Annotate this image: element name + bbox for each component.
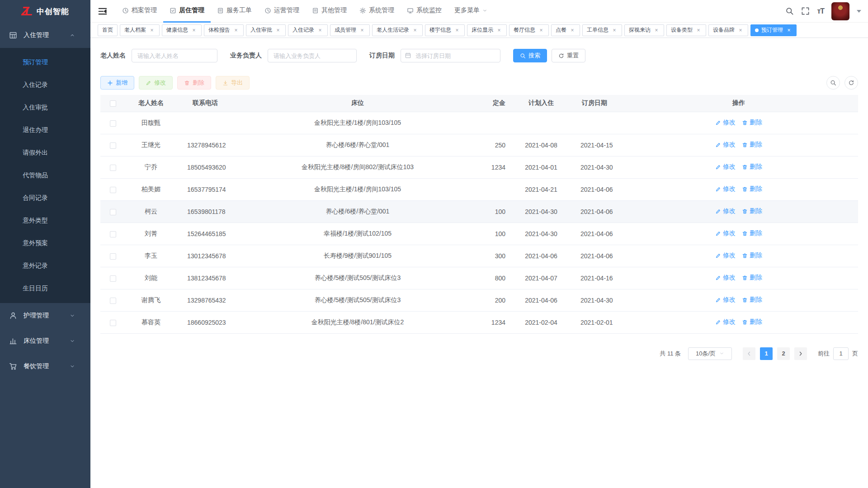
close-icon[interactable]: × — [454, 27, 460, 33]
tag-2[interactable]: 健康信息× — [162, 24, 202, 36]
close-icon[interactable]: × — [149, 27, 155, 33]
row-delete-link[interactable]: 删除 — [742, 251, 762, 260]
table-row[interactable]: 柯云16539801178养心楼/6楼/养心堂/0011002021-04-30… — [100, 200, 858, 223]
close-icon[interactable]: × — [737, 27, 744, 33]
goto-page-input[interactable] — [833, 347, 849, 360]
sidebar-item-6[interactable]: 合同记录 — [0, 186, 90, 209]
sidebar-item-3[interactable]: 退住办理 — [0, 118, 90, 141]
refresh-table-button[interactable] — [844, 76, 858, 90]
font-size-icon[interactable]: тT — [817, 7, 824, 15]
close-icon[interactable]: × — [538, 27, 544, 33]
tag-15[interactable]: 设备品牌× — [708, 24, 748, 36]
sidebar-item-2[interactable]: 入住审批 — [0, 96, 90, 118]
tag-9[interactable]: 床位显示× — [467, 24, 507, 36]
tag-12[interactable]: 工单信息× — [582, 24, 622, 36]
nav-item-1[interactable]: 居住管理 — [163, 0, 211, 23]
next-page-button[interactable] — [794, 347, 807, 360]
edit-button[interactable]: 修改 — [139, 76, 173, 90]
tag-10[interactable]: 餐厅信息× — [509, 24, 549, 36]
row-delete-link[interactable]: 删除 — [742, 296, 762, 304]
close-icon[interactable]: × — [275, 27, 281, 33]
name-filter-input[interactable] — [132, 49, 217, 62]
avatar[interactable] — [831, 2, 849, 20]
export-button[interactable]: 导出 — [216, 76, 250, 90]
nav-item-6[interactable]: 系统监控 — [401, 0, 448, 23]
close-icon[interactable]: × — [786, 27, 792, 33]
row-checkbox[interactable] — [110, 298, 116, 304]
tag-8[interactable]: 楼宇信息× — [425, 24, 465, 36]
row-edit-link[interactable]: 修改 — [715, 185, 736, 193]
tag-1[interactable]: 老人档案× — [120, 24, 160, 36]
table-row[interactable]: 宁乔18505493620金秋阳光主楼/8楼/房间802/测试床位1031234… — [100, 156, 858, 178]
tag-0[interactable]: 首页 — [98, 24, 118, 36]
tag-6[interactable]: 成员管理× — [330, 24, 370, 36]
table-row[interactable]: 田馥甄金秋阳光主楼/1楼/房间103/105修改删除 — [100, 112, 858, 134]
tag-5[interactable]: 入住记录× — [288, 24, 328, 36]
row-checkbox[interactable] — [110, 320, 116, 326]
row-checkbox[interactable] — [110, 120, 116, 127]
row-edit-link[interactable]: 修改 — [715, 163, 736, 171]
fullscreen-icon[interactable] — [801, 7, 810, 15]
table-row[interactable]: 王继光13278945612养心楼/6楼/养心堂/0012502021-04-0… — [100, 134, 858, 156]
sidebar-group-2[interactable]: 床位管理 — [0, 328, 90, 354]
tag-16[interactable]: 预订管理× — [750, 24, 797, 36]
show-search-button[interactable] — [826, 76, 840, 90]
close-icon[interactable]: × — [569, 27, 576, 33]
row-checkbox[interactable] — [110, 275, 116, 282]
tag-7[interactable]: 老人生活记录× — [372, 24, 423, 36]
row-edit-link[interactable]: 修改 — [715, 274, 736, 282]
close-icon[interactable]: × — [496, 27, 502, 33]
add-button[interactable]: 新增 — [100, 76, 134, 90]
close-icon[interactable]: × — [233, 27, 239, 33]
sidebar-item-8[interactable]: 意外预案 — [0, 232, 90, 254]
row-delete-link[interactable]: 删除 — [742, 274, 762, 282]
nav-item-7[interactable]: 更多菜单 — [448, 0, 494, 23]
page-size-select[interactable]: 10条/页 — [688, 347, 732, 360]
search-button[interactable]: 搜索 — [513, 49, 547, 62]
row-delete-link[interactable]: 删除 — [742, 163, 762, 171]
row-edit-link[interactable]: 修改 — [715, 296, 736, 304]
nav-item-0[interactable]: 档案管理 — [116, 0, 163, 23]
delete-button[interactable]: 删除 — [177, 76, 211, 90]
close-icon[interactable]: × — [317, 27, 323, 33]
row-edit-link[interactable]: 修改 — [715, 141, 736, 149]
nav-item-4[interactable]: 其他管理 — [306, 0, 353, 23]
tag-13[interactable]: 探视来访× — [624, 24, 664, 36]
sidebar-item-9[interactable]: 意外记录 — [0, 254, 90, 277]
row-delete-link[interactable]: 删除 — [742, 318, 762, 326]
row-checkbox[interactable] — [110, 142, 116, 149]
search-icon[interactable] — [785, 7, 794, 15]
sidebar-item-10[interactable]: 生日日历 — [0, 277, 90, 299]
tag-3[interactable]: 体检报告× — [204, 24, 244, 36]
close-icon[interactable]: × — [695, 27, 702, 33]
row-checkbox[interactable] — [110, 209, 116, 215]
reset-button[interactable]: 重置 — [552, 49, 585, 62]
hamburger-icon[interactable] — [98, 6, 108, 16]
row-edit-link[interactable]: 修改 — [715, 251, 736, 260]
table-row[interactable]: 柏美媚16537795174金秋阳光主楼/1楼/房间103/1052021-04… — [100, 178, 858, 200]
sidebar-item-0[interactable]: 预订管理 — [0, 51, 90, 73]
close-icon[interactable]: × — [653, 27, 660, 33]
sidebar-item-7[interactable]: 意外类型 — [0, 209, 90, 232]
row-edit-link[interactable]: 修改 — [715, 207, 736, 215]
row-checkbox[interactable] — [110, 231, 116, 237]
select-all-checkbox[interactable] — [110, 100, 116, 107]
table-row[interactable]: 李玉13012345678长寿楼/9楼/测试901/1053002021-04-… — [100, 245, 858, 267]
prev-page-button[interactable] — [743, 347, 755, 360]
tag-11[interactable]: 点餐× — [551, 24, 580, 36]
table-row[interactable]: 刘能13812345678养心楼/5楼/测试505/测试床位38002021-0… — [100, 267, 858, 289]
table-row[interactable]: 谢腾飞13298765432养心楼/5楼/测试505/测试床位32002021-… — [100, 289, 858, 311]
table-row[interactable]: 慕容英18660925023金秋阳光主楼/8楼/801/测试床位21234202… — [100, 311, 858, 333]
sidebar-item-1[interactable]: 入住记录 — [0, 73, 90, 96]
page-button-2[interactable]: 2 — [777, 347, 790, 360]
close-icon[interactable]: × — [359, 27, 365, 33]
manager-filter-input[interactable] — [268, 49, 357, 62]
row-edit-link[interactable]: 修改 — [715, 118, 736, 127]
row-delete-link[interactable]: 删除 — [742, 118, 762, 127]
tag-4[interactable]: 入住审批× — [246, 24, 286, 36]
sidebar-item-5[interactable]: 代管物品 — [0, 164, 90, 186]
sidebar-group-0[interactable]: 入住管理 — [0, 23, 90, 48]
row-checkbox[interactable] — [110, 253, 116, 260]
nav-item-2[interactable]: 服务工单 — [211, 0, 258, 23]
close-icon[interactable]: × — [611, 27, 618, 33]
